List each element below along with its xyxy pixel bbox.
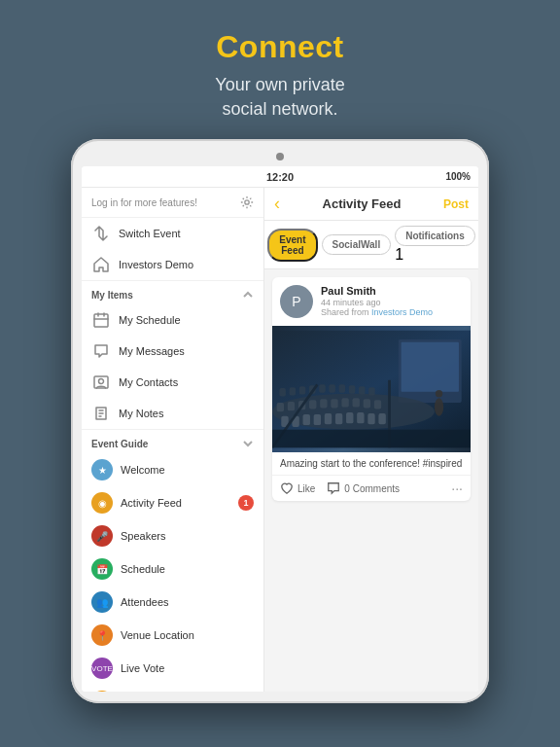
sidebar-item-activity-feed[interactable]: ◉ Activity Feed 1 bbox=[82, 486, 263, 519]
sidebar-item-live-vote[interactable]: VOTE Live Vote bbox=[82, 652, 263, 685]
svg-rect-28 bbox=[364, 400, 370, 409]
vote-icon: VOTE bbox=[91, 658, 113, 679]
status-time: 12:20 bbox=[266, 171, 294, 183]
sidebar-item-my-notes[interactable]: My Notes bbox=[82, 398, 263, 429]
svg-rect-30 bbox=[279, 388, 285, 396]
svg-rect-12 bbox=[303, 414, 310, 425]
hero-section: Connect Your own privatesocial network. bbox=[215, 0, 344, 139]
avatar: P bbox=[280, 285, 313, 318]
leaderboard-icon: 🏆 bbox=[91, 691, 113, 692]
post-time: 44 minutes ago bbox=[321, 298, 463, 307]
svg-rect-17 bbox=[357, 412, 364, 423]
login-prompt[interactable]: Log in for more features! bbox=[91, 197, 197, 208]
sidebar-item-my-messages[interactable]: My Messages bbox=[82, 336, 263, 367]
post-button[interactable]: Post bbox=[443, 197, 469, 211]
svg-point-8 bbox=[436, 390, 442, 397]
svg-rect-14 bbox=[325, 413, 332, 424]
post-caption: Amazing start to the conference! #inspir… bbox=[272, 452, 471, 475]
sidebar-item-switch-event[interactable]: Switch Event bbox=[82, 218, 263, 249]
schedule-icon bbox=[91, 310, 111, 330]
sidebar-item-welcome[interactable]: ★ Welcome bbox=[82, 453, 263, 486]
svg-rect-39 bbox=[368, 388, 374, 396]
svg-rect-26 bbox=[341, 399, 348, 408]
sidebar-item-schedule[interactable]: 📅 Schedule bbox=[82, 552, 263, 586]
ipad-screen: 12:20 100% Log in for more features! bbox=[82, 166, 478, 692]
svg-rect-35 bbox=[329, 385, 334, 393]
contacts-icon bbox=[91, 373, 111, 392]
svg-rect-6 bbox=[402, 342, 459, 392]
svg-point-7 bbox=[435, 399, 443, 417]
more-options-button[interactable]: ··· bbox=[451, 480, 463, 496]
svg-rect-42 bbox=[272, 430, 471, 448]
sidebar: Log in for more features! Switch Event bbox=[82, 188, 264, 692]
comment-button[interactable]: 0 Comments bbox=[327, 481, 400, 495]
heart-icon bbox=[280, 481, 294, 495]
svg-rect-31 bbox=[290, 388, 296, 396]
sidebar-item-investors-demo[interactable]: Investors Demo bbox=[82, 249, 263, 280]
like-button[interactable]: Like bbox=[280, 481, 315, 495]
chevron-up-icon bbox=[242, 289, 254, 301]
messages-icon bbox=[91, 341, 111, 361]
tab-event-feed[interactable]: Event Feed bbox=[267, 229, 317, 262]
attendees-icon: 👥 bbox=[91, 591, 113, 613]
tab-notifications-wrapper: Notifications 1 bbox=[395, 226, 475, 264]
svg-rect-1 bbox=[94, 314, 108, 327]
sidebar-item-venue-location[interactable]: 📍 Venue Location bbox=[82, 619, 263, 652]
svg-point-0 bbox=[245, 200, 249, 204]
svg-rect-25 bbox=[331, 400, 337, 409]
svg-rect-13 bbox=[314, 414, 321, 425]
comment-icon bbox=[327, 481, 340, 495]
post-header: P Paul Smith 44 minutes ago Shared from … bbox=[272, 277, 471, 326]
feed-icon: ◉ bbox=[91, 492, 113, 514]
notes-icon bbox=[91, 404, 111, 423]
svg-rect-20 bbox=[277, 403, 284, 411]
svg-rect-34 bbox=[319, 385, 325, 393]
page-title: Activity Feed bbox=[323, 196, 402, 211]
main-content: ‹ Activity Feed Post Event Feed SocialWa… bbox=[264, 188, 478, 692]
sidebar-item-my-schedule[interactable]: My Schedule bbox=[82, 304, 263, 336]
svg-rect-27 bbox=[353, 399, 360, 408]
sidebar-item-my-contacts[interactable]: My Contacts bbox=[82, 367, 263, 398]
chevron-down-icon bbox=[242, 438, 254, 449]
sidebar-header: Log in for more features! bbox=[82, 188, 263, 218]
battery-indicator: 100% bbox=[445, 171, 471, 182]
speakers-icon: 🎤 bbox=[91, 525, 113, 547]
post-card: P Paul Smith 44 minutes ago Shared from … bbox=[272, 277, 471, 501]
activity-feed-badge: 1 bbox=[238, 495, 254, 511]
tab-socialwall[interactable]: SocialWall bbox=[322, 234, 392, 255]
feed: P Paul Smith 44 minutes ago Shared from … bbox=[264, 269, 478, 692]
camera-dot bbox=[276, 153, 284, 160]
svg-rect-16 bbox=[346, 412, 353, 423]
svg-rect-18 bbox=[368, 413, 374, 424]
notifications-badge: 1 bbox=[395, 246, 403, 263]
hero-subtitle: Your own privatesocial network. bbox=[215, 73, 344, 122]
schedule-event-icon: 📅 bbox=[91, 558, 113, 580]
welcome-icon: ★ bbox=[91, 459, 113, 480]
svg-rect-15 bbox=[335, 413, 342, 424]
svg-rect-32 bbox=[299, 387, 305, 395]
settings-icon[interactable] bbox=[240, 196, 254, 209]
svg-rect-29 bbox=[374, 401, 381, 409]
svg-rect-38 bbox=[359, 387, 365, 395]
sidebar-item-attendees[interactable]: 👥 Attendees bbox=[82, 586, 263, 619]
sidebar-item-speakers[interactable]: 🎤 Speakers bbox=[82, 519, 263, 552]
sidebar-item-leaderboard[interactable]: 🏆 Point Leaderboard bbox=[82, 685, 263, 692]
top-nav: ‹ Activity Feed Post bbox=[264, 188, 478, 221]
post-author: Paul Smith bbox=[321, 285, 463, 297]
svg-rect-19 bbox=[378, 413, 385, 424]
svg-point-3 bbox=[99, 379, 104, 384]
svg-rect-23 bbox=[309, 401, 316, 409]
hero-title: Connect bbox=[215, 29, 344, 65]
switch-icon bbox=[91, 224, 111, 243]
post-meta: Paul Smith 44 minutes ago Shared from In… bbox=[321, 285, 463, 317]
svg-rect-24 bbox=[320, 400, 327, 409]
post-shared: Shared from Investors Demo bbox=[321, 307, 463, 317]
venue-icon: 📍 bbox=[91, 624, 113, 646]
back-button[interactable]: ‹ bbox=[274, 194, 280, 214]
svg-rect-37 bbox=[349, 386, 355, 394]
tab-notifications[interactable]: Notifications bbox=[395, 226, 475, 246]
status-bar: 12:20 100% bbox=[82, 166, 478, 188]
my-items-section: My Items bbox=[82, 280, 263, 304]
home-icon bbox=[91, 255, 111, 274]
post-actions: Like 0 Comments ··· bbox=[272, 475, 471, 501]
